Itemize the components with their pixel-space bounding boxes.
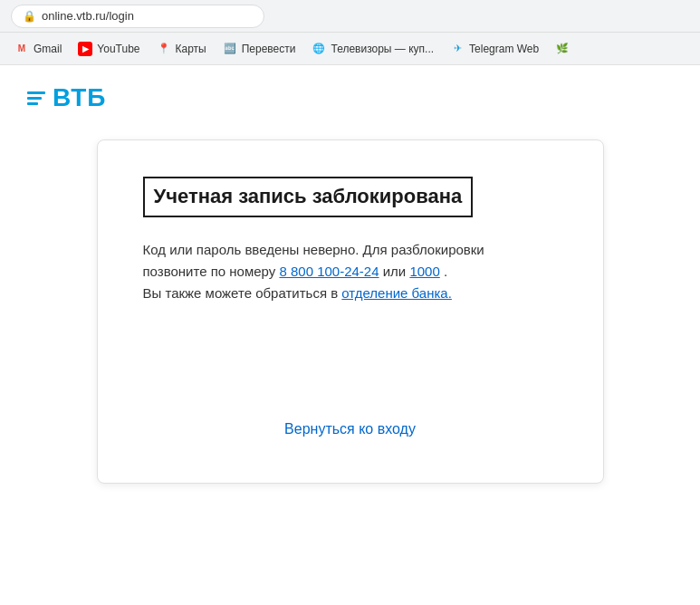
body-text-line1: Код или пароль введены неверно. Для разб… <box>143 242 484 257</box>
telegram-icon: ✈ <box>450 42 465 56</box>
bookmark-maps[interactable]: 📍 Карты <box>149 38 214 60</box>
bookmark-maps-label: Карты <box>176 43 206 55</box>
vtb-logo: ВТБ <box>27 83 673 112</box>
bookmark-other[interactable]: 🌿 <box>548 38 577 60</box>
bookmark-tv-label: Телевизоры — куп... <box>331 43 434 55</box>
branch-link[interactable]: отделение банка. <box>341 285 452 301</box>
phone1-link[interactable]: 8 800 100-24-24 <box>279 264 379 279</box>
vtb-stripe-1 <box>27 91 45 94</box>
globe-icon: 🌐 <box>312 42 326 56</box>
address-bar-container[interactable]: 🔒 online.vtb.ru/login <box>11 5 264 28</box>
card-bottom-section: Вернуться ко входу <box>143 421 558 437</box>
bookmark-gmail-label: Gmail <box>34 43 62 55</box>
bookmark-translate[interactable]: 🔤 Перевести <box>216 38 303 60</box>
body-text-line5: Вы также можете обратиться в <box>143 285 339 301</box>
main-content-area: Учетная запись заблокирована Код или пар… <box>0 139 700 511</box>
card-top-section: Учетная запись заблокирована Код или пар… <box>143 177 558 304</box>
phone2-link[interactable]: 1000 <box>409 264 439 279</box>
maps-icon: 📍 <box>157 42 171 56</box>
bookmark-translate-label: Перевести <box>242 43 296 55</box>
back-to-login-link[interactable]: Вернуться ко входу <box>284 421 416 437</box>
youtube-icon: ▶ <box>78 42 92 56</box>
browser-address-bar: 🔒 online.vtb.ru/login <box>0 0 700 33</box>
address-text: online.vtb.ru/login <box>42 9 134 23</box>
vtb-stripe-2 <box>27 97 42 100</box>
body-period: . <box>444 264 447 279</box>
bookmarks-bar: M Gmail ▶ YouTube 📍 Карты 🔤 Перевести 🌐 … <box>0 33 700 65</box>
lock-icon: 🔒 <box>23 10 36 23</box>
translate-icon: 🔤 <box>223 42 237 56</box>
gmail-icon: M <box>14 42 29 56</box>
vtb-logo-text: ВТБ <box>53 83 106 112</box>
page-content: ВТБ Учетная запись заблокирована Код или… <box>0 65 700 605</box>
vtb-stripe-3 <box>27 102 38 105</box>
body-text-line2: позвоните по номеру <box>143 264 276 279</box>
body-or-text: или <box>383 264 410 279</box>
card-body: Код или пароль введены неверно. Для разб… <box>143 239 558 304</box>
card-title: Учетная запись заблокирована <box>143 177 474 217</box>
vtb-header: ВТБ <box>0 65 700 139</box>
bookmark-gmail[interactable]: M Gmail <box>7 38 69 60</box>
vtb-stripes-icon <box>27 91 45 105</box>
bookmark-telegram[interactable]: ✈ Telegram Web <box>443 38 546 60</box>
blocked-account-card: Учетная запись заблокирована Код или пар… <box>97 139 604 484</box>
other-icon: 🌿 <box>555 42 570 56</box>
bookmark-tv[interactable]: 🌐 Телевизоры — куп... <box>304 38 441 60</box>
bookmark-telegram-label: Telegram Web <box>469 43 539 55</box>
bookmark-youtube[interactable]: ▶ YouTube <box>71 38 147 60</box>
bookmark-youtube-label: YouTube <box>97 43 139 55</box>
